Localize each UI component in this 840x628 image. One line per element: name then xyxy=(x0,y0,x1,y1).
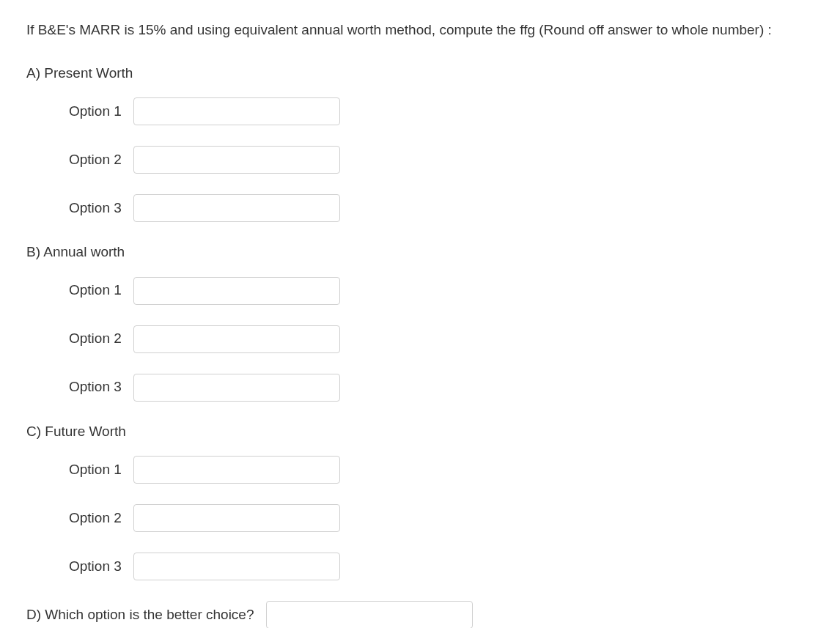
section-a-option-1-input[interactable] xyxy=(133,97,340,125)
section-c-label: C) Future Worth xyxy=(26,422,814,442)
section-a-option-3-row: Option 3 xyxy=(26,194,814,222)
section-a-label: A) Present Worth xyxy=(26,64,814,84)
section-b-label: B) Annual worth xyxy=(26,243,814,262)
section-c-option-1-row: Option 1 xyxy=(26,456,814,484)
question-prompt: If B&E's MARR is 15% and using equivalen… xyxy=(26,21,814,40)
section-a-option-2-input[interactable] xyxy=(133,146,340,174)
section-c-option-1-input[interactable] xyxy=(133,456,340,484)
section-b-option-2-input[interactable] xyxy=(133,325,340,353)
section-c-option-2-input[interactable] xyxy=(133,504,340,532)
section-d-input[interactable] xyxy=(266,601,473,628)
section-a-option-3-label: Option 3 xyxy=(69,199,129,218)
section-c-option-3-label: Option 3 xyxy=(69,557,129,577)
section-c-option-2-row: Option 2 xyxy=(26,504,814,532)
section-b-option-3-row: Option 3 xyxy=(26,374,814,402)
section-b-option-3-input[interactable] xyxy=(133,374,340,402)
section-b-option-2-label: Option 2 xyxy=(69,329,129,349)
section-a-option-3-input[interactable] xyxy=(133,194,340,222)
section-c-option-2-label: Option 2 xyxy=(69,509,129,528)
section-d-label: D) Which option is the better choice? xyxy=(26,605,254,625)
section-b-option-3-label: Option 3 xyxy=(69,377,129,397)
section-a-option-2-row: Option 2 xyxy=(26,146,814,174)
section-a-option-1-label: Option 1 xyxy=(69,102,129,122)
section-b-option-1-input[interactable] xyxy=(133,277,340,305)
section-b-option-1-label: Option 1 xyxy=(69,281,129,300)
section-d-row: D) Which option is the better choice? xyxy=(26,601,814,628)
section-c-option-1-label: Option 1 xyxy=(69,460,129,480)
section-c-option-3-input[interactable] xyxy=(133,553,340,580)
section-b-option-2-row: Option 2 xyxy=(26,325,814,353)
section-a-option-2-label: Option 2 xyxy=(69,150,129,170)
section-a-option-1-row: Option 1 xyxy=(26,97,814,125)
section-b-option-1-row: Option 1 xyxy=(26,277,814,305)
section-c-option-3-row: Option 3 xyxy=(26,553,814,580)
